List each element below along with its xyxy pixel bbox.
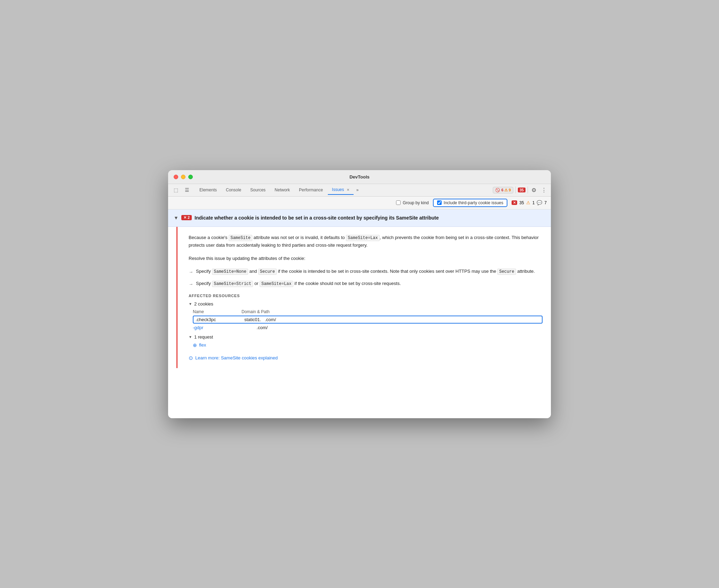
resolve-intro: Resolve this issue by updating the attri… [189,255,543,262]
tab-network[interactable]: Network [270,185,294,194]
code-secure2: Secure [497,269,516,275]
group-by-kind-label: Group by kind [403,200,429,205]
settings-icon[interactable]: ⚙ [530,185,538,195]
resolve-item-1: → Specify SameSite=None and Secure if th… [189,268,543,276]
content-area: ▼ ✕ 2 Indicate whether a cookie is inten… [168,209,551,418]
flex-link-text[interactable]: flex [199,342,206,348]
learn-more-text: Learn more: SameSite cookies explained [195,355,278,360]
arrow-icon-1: → [189,269,193,276]
toolbar-right: 🚫 6 ⚠ 9 35 ⚙ ⋮ [493,185,548,195]
issue-body: Because a cookie's SameSite attribute wa… [176,227,551,368]
error-warning-badge[interactable]: 🚫 6 ⚠ 9 [493,187,513,193]
mobile-icon[interactable]: ☰ [182,185,192,195]
tab-sources[interactable]: Sources [246,185,270,194]
error-count: 🚫 6 [495,188,503,192]
code-samesite-lax: SameSite=Lax [346,235,379,241]
code-secure: Secure [258,269,277,275]
col-domain-header: Domain & Path [242,309,311,314]
traffic-lights [174,175,193,179]
tab-console[interactable]: Console [222,185,245,194]
arrow-icon-2: → [189,281,193,288]
cookie-domain-0: static01. .com/ [244,317,314,322]
window-title: DevTools [349,174,370,180]
tab-issues[interactable]: Issues ✕ [328,185,354,195]
include-third-party-label: Include third-party cookie issues [444,200,503,205]
requests-expand-label: 1 request [194,334,213,340]
group-by-kind-input[interactable] [396,200,401,205]
cookie-table: Name Domain & Path .check3pc static01. .… [193,309,543,330]
divider [515,186,516,193]
code-samesite: SameSite [229,235,252,241]
resolve-text-2: Specify SameSite=Strict or SameSite=Lax … [196,280,401,287]
tab-elements[interactable]: Elements [195,185,221,194]
issue-badge: ✕ 2 [181,215,192,220]
cookies-expand-label: 2 cookies [194,301,213,307]
requests-expand-row[interactable]: ▼ 1 request [189,334,543,340]
divider2 [528,186,528,193]
subbar-error-icon: ✕ [512,200,517,205]
include-third-party-input[interactable] [437,200,442,205]
more-options-icon[interactable]: ⋮ [540,185,548,195]
devtools-window: DevTools ⬚ ☰ Elements Console Sources Ne… [168,170,551,418]
subbar-badges: ✕ 35 ⚠ 1 💬 7 [512,200,547,205]
include-third-party-checkbox[interactable]: Include third-party cookie issues [433,199,507,207]
issue-count-badge: ✕ 2 [181,215,192,220]
code-lax: SameSite=Lax [260,281,293,287]
issue-title: Indicate whether a cookie is intended to… [195,214,439,222]
issues-tab-close[interactable]: ✕ [347,188,349,192]
titlebar: DevTools [168,170,551,184]
affected-label: AFFECTED RESOURCES [189,294,543,298]
cookie-row-1[interactable]: -gdpr .com/ [193,325,543,330]
close-button[interactable] [174,175,178,179]
download-icon: ⊕ [193,342,197,348]
issue-header: ▼ ✕ 2 Indicate whether a cookie is inten… [168,209,551,227]
resolve-text-1: Specify SameSite=None and Secure if the … [196,268,535,275]
code-none: SameSite=None [212,269,248,275]
subbar-warning-icon: ⚠ [526,200,530,205]
main-toolbar: ⬚ ☰ Elements Console Sources Network Per… [168,184,551,197]
warning-count: ⚠ 9 [504,188,511,192]
code-strict: SameSite=Strict [212,281,253,287]
subbar-info-count: 7 [544,200,547,205]
group-by-kind-checkbox[interactable]: Group by kind [396,200,429,205]
minimize-button[interactable] [181,175,185,179]
toolbar-icons: ⬚ ☰ [171,185,192,195]
cookies-expand-arrow: ▼ [189,302,192,306]
resolve-item-2: → Specify SameSite=Strict or SameSite=La… [189,280,543,288]
tab-performance[interactable]: Performance [295,185,327,194]
cookie-link-1[interactable]: -gdpr [193,325,242,330]
cookies-expand-row[interactable]: ▼ 2 cookies [189,301,543,307]
maximize-button[interactable] [188,175,193,179]
cookie-row-0[interactable]: .check3pc static01. .com/ [193,316,543,324]
cookie-table-header: Name Domain & Path [193,309,543,314]
cursor-icon[interactable]: ⬚ [171,185,181,195]
subbar: Group by kind Include third-party cookie… [168,197,551,209]
learn-more-link[interactable]: ⊙ Learn more: SameSite cookies explained [189,355,543,361]
external-link-icon: ⊙ [189,355,193,361]
cookie-domain-1: .com/ [242,325,311,330]
error-box-badge: 35 [518,188,526,192]
affected-section: AFFECTED RESOURCES ▼ 2 cookies Name Doma… [189,294,543,348]
flex-link[interactable]: ⊕ flex [193,342,543,348]
subbar-warning-count: 1 [532,200,535,205]
requests-expand-arrow: ▼ [189,335,192,339]
issue-expand-arrow[interactable]: ▼ [174,215,179,221]
error-x-icon: ✕ [183,215,187,220]
subbar-error-count: 35 [519,200,524,205]
resolve-section: → Specify SameSite=None and Secure if th… [189,268,543,288]
more-tabs-button[interactable]: » [354,186,361,194]
cookie-name-0: .check3pc [196,317,244,322]
subbar-info-icon: 💬 [537,200,542,205]
col-name-header: Name [193,309,242,314]
issue-description: Because a cookie's SameSite attribute wa… [189,234,543,249]
